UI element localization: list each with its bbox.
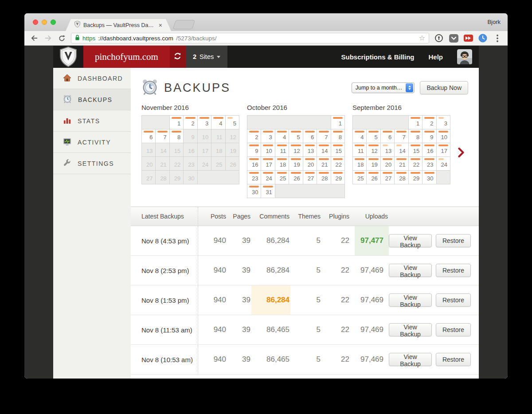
current-site-button[interactable]: pinchofyum.com <box>83 46 170 68</box>
calendar-day[interactable]: 1 <box>331 116 345 129</box>
calendar-day[interactable]: 20 <box>303 157 317 171</box>
calendar-day[interactable]: 20 <box>381 157 395 171</box>
close-window-button[interactable] <box>33 20 38 25</box>
minimize-window-button[interactable] <box>42 20 47 25</box>
calendar-day[interactable]: 24 <box>261 171 275 184</box>
calendar-day[interactable]: 28 <box>317 171 331 184</box>
calendar-day[interactable]: 10 <box>261 143 275 157</box>
calendar-day[interactable]: 7 <box>317 129 331 143</box>
sidebar-item-backups[interactable]: BACKUPS <box>53 89 131 110</box>
calendar-day[interactable]: 5 <box>289 129 303 143</box>
calendar-day[interactable]: 1 <box>409 116 422 129</box>
view-backup-button[interactable]: View Backup <box>389 234 432 247</box>
calendar-day[interactable]: 19 <box>367 157 380 171</box>
calendar-day[interactable]: 7 <box>395 129 408 143</box>
avatar[interactable] <box>457 49 472 64</box>
calendar-day[interactable]: 12 <box>289 143 303 157</box>
restore-button[interactable]: Restore <box>436 293 471 307</box>
calendar-day[interactable]: 5 <box>226 116 239 129</box>
menu-icon[interactable] <box>493 33 502 43</box>
zoom-window-button[interactable] <box>51 20 56 25</box>
view-backup-button[interactable]: View Backup <box>389 353 432 366</box>
calendar-day[interactable]: 25 <box>353 171 367 184</box>
sidebar-item-stats[interactable]: STATS <box>53 110 131 132</box>
calendar-day[interactable]: 24 <box>437 157 450 171</box>
calendar-day[interactable]: 4 <box>353 129 367 143</box>
calendar-day[interactable]: 17 <box>437 143 450 157</box>
calendar-day[interactable]: 6 <box>381 129 395 143</box>
calendar-day[interactable]: 31 <box>261 184 275 198</box>
calendar-day[interactable]: 25 <box>275 171 289 184</box>
vaultpress-logo-icon[interactable] <box>53 46 83 68</box>
calendar-day[interactable]: 10 <box>437 129 450 143</box>
calendar-day[interactable]: 8 <box>331 129 345 143</box>
calendar-day[interactable]: 13 <box>381 143 395 157</box>
calendar-day[interactable]: 17 <box>261 157 275 171</box>
calendar-day[interactable]: 6 <box>303 129 317 143</box>
restore-button[interactable]: Restore <box>436 264 471 277</box>
month-select[interactable]: Jump to a month… <box>352 82 415 93</box>
bookmark-star-icon[interactable]: ☆ <box>419 35 425 42</box>
reload-button[interactable] <box>57 34 66 43</box>
sidebar-item-settings[interactable]: SETTINGS <box>53 153 131 174</box>
calendar-day[interactable]: 1 <box>170 116 184 129</box>
calendar-day[interactable]: 27 <box>381 171 395 184</box>
view-backup-button[interactable]: View Backup <box>389 323 432 336</box>
calendar-day[interactable]: 21 <box>317 157 331 171</box>
calendar-day[interactable]: 29 <box>409 171 422 184</box>
back-button[interactable] <box>30 34 39 43</box>
calendar-day[interactable]: 13 <box>303 143 317 157</box>
calendar-day[interactable]: 15 <box>409 143 422 157</box>
browser-tab[interactable]: Backups — VaultPress Dashbo × <box>66 19 171 31</box>
calendar-day[interactable]: 15 <box>331 143 345 157</box>
calendar-day[interactable]: 14 <box>395 143 408 157</box>
calendar-day[interactable]: 26 <box>367 171 380 184</box>
sync-site-button[interactable] <box>170 46 186 68</box>
calendar-day[interactable]: 4 <box>275 129 289 143</box>
calendar-day[interactable]: 22 <box>331 157 345 171</box>
new-tab-button[interactable] <box>173 20 196 29</box>
calendar-day[interactable]: 3 <box>437 116 450 129</box>
calendar-day[interactable]: 27 <box>303 171 317 184</box>
calendar-day[interactable]: 29 <box>331 171 345 184</box>
calendar-day[interactable]: 2 <box>422 116 436 129</box>
calendar-day[interactable]: 23 <box>422 157 436 171</box>
calendar-day[interactable]: 9 <box>247 143 261 157</box>
calendar-day[interactable]: 26 <box>289 171 303 184</box>
restore-button[interactable]: Restore <box>436 353 471 366</box>
backup-now-button[interactable]: Backup Now <box>420 81 468 94</box>
calendar-day[interactable]: 3 <box>198 116 211 129</box>
tab-close-icon[interactable]: × <box>159 22 162 29</box>
calendar-day[interactable]: 30 <box>422 171 436 184</box>
calendar-day[interactable]: 14 <box>317 143 331 157</box>
fast-forward-icon[interactable] <box>463 33 473 43</box>
calendar-day[interactable]: 12 <box>367 143 380 157</box>
calendar-day[interactable]: 23 <box>247 171 261 184</box>
calendar-day[interactable]: 11 <box>353 143 367 157</box>
calendar-day[interactable]: 21 <box>395 157 408 171</box>
calendar-day[interactable]: 4 <box>211 116 225 129</box>
forward-button[interactable] <box>43 34 52 43</box>
keyhole-circle-icon[interactable] <box>434 33 444 43</box>
calendar-day[interactable]: 16 <box>247 157 261 171</box>
restore-button[interactable]: Restore <box>436 323 471 336</box>
pocket-icon[interactable] <box>449 33 458 43</box>
calendar-day[interactable]: 16 <box>422 143 436 157</box>
nav-subscriptions-billing[interactable]: Subscriptions & Billing <box>341 46 414 68</box>
next-months-arrow[interactable] <box>458 147 464 160</box>
calendar-day[interactable]: 28 <box>395 171 408 184</box>
calendar-day[interactable]: 18 <box>353 157 367 171</box>
calendar-day[interactable]: 3 <box>261 129 275 143</box>
sites-dropdown[interactable]: 2 Sites <box>186 46 227 68</box>
view-backup-button[interactable]: View Backup <box>389 264 432 277</box>
sidebar-item-activity[interactable]: ACTIVITY <box>53 132 131 153</box>
calendar-day[interactable]: 22 <box>409 157 422 171</box>
view-backup-button[interactable]: View Backup <box>389 293 432 307</box>
calendar-day[interactable]: 5 <box>367 129 380 143</box>
address-bar[interactable]: https://dashboard.vaultpress.com/5273/ba… <box>71 33 429 43</box>
calendar-day[interactable]: 19 <box>289 157 303 171</box>
calendar-day[interactable]: 11 <box>275 143 289 157</box>
calendar-day[interactable]: 6 <box>142 129 156 143</box>
nav-help[interactable]: Help <box>428 46 443 68</box>
clock-icon[interactable] <box>478 33 488 43</box>
